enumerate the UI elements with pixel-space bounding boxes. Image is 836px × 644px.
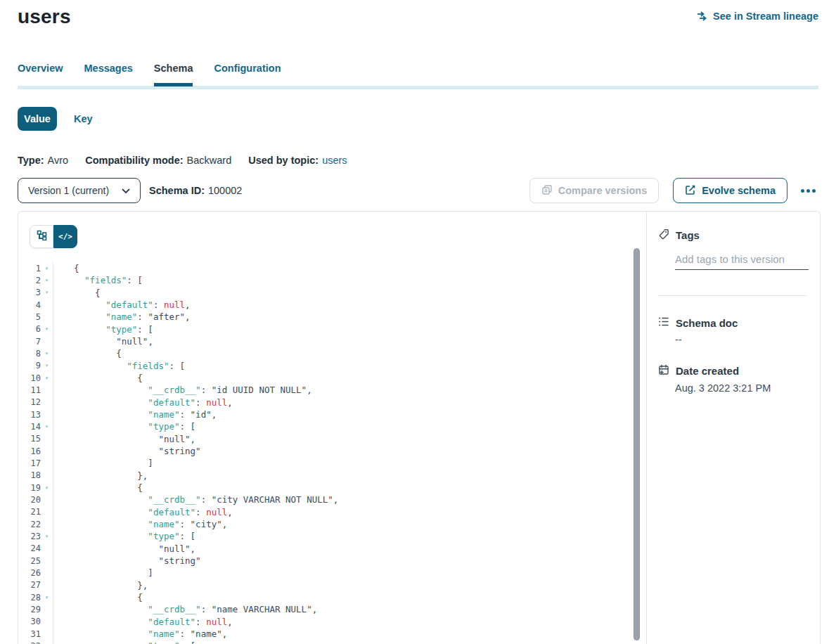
code-text[interactable]: "type": [ [53, 421, 195, 432]
code-text[interactable]: { [53, 373, 143, 383]
key-toggle-button[interactable]: Key [74, 113, 93, 124]
code-text[interactable]: "__crdb__": "city VARCHAR NOT NULL", [53, 494, 338, 505]
edit-schema-icon [685, 184, 696, 198]
code-text[interactable]: ] [53, 458, 153, 468]
code-text[interactable]: { [53, 482, 143, 493]
fold-toggle-icon[interactable]: ▾ [41, 424, 53, 430]
line-number: 30 [18, 617, 41, 626]
evolve-schema-label: Evolve schema [702, 185, 776, 196]
code-line: 19▾ { [18, 482, 648, 494]
line-number: 17 [18, 458, 41, 468]
fold-toggle-icon[interactable]: ▾ [41, 375, 53, 381]
line-number: 2 [18, 276, 41, 285]
version-select[interactable]: Version 1 (current) [18, 178, 141, 203]
tab-schema[interactable]: Schema [154, 63, 193, 74]
line-number: 24 [18, 543, 41, 553]
editor-scrollbar[interactable] [634, 248, 640, 640]
code-line: 26 ] [18, 567, 648, 579]
code-text[interactable]: "name": "after", [53, 311, 191, 322]
code-text[interactable]: "null", [53, 434, 195, 444]
code-text[interactable]: "null", [53, 543, 195, 554]
code-text[interactable]: "fields": [ [53, 275, 143, 285]
code-line: 29 "__crdb__": "name VARCHAR NULL", [18, 603, 648, 615]
code-text[interactable]: { [53, 263, 79, 273]
compare-versions-icon [541, 184, 553, 198]
tab-configuration[interactable]: Configuration [214, 63, 281, 74]
compare-versions-button[interactable]: Compare versions [529, 178, 660, 203]
code-text[interactable]: "__crdb__": "id UUID NOT NULL", [53, 385, 312, 395]
code-line: 25 "string" [18, 555, 648, 567]
fold-toggle-icon[interactable]: ▾ [41, 266, 53, 271]
evolve-schema-button[interactable]: Evolve schema [673, 178, 787, 203]
code-line: 16 "string" [18, 445, 648, 457]
tree-view-button[interactable] [30, 225, 53, 248]
code-text[interactable]: "name": "city", [53, 519, 227, 529]
code-text[interactable]: "string" [53, 446, 201, 456]
line-number: 14 [18, 422, 41, 432]
fold-toggle-icon[interactable]: ▾ [41, 278, 53, 283]
line-number: 29 [18, 605, 41, 614]
tab-overview[interactable]: Overview [18, 63, 63, 74]
line-number: 11 [18, 385, 41, 395]
tags-input[interactable] [675, 252, 809, 270]
fold-toggle-icon[interactable]: ▾ [41, 485, 53, 491]
schema-doc-title: Schema doc [676, 317, 738, 329]
code-text[interactable]: { [53, 592, 143, 603]
fold-toggle-icon[interactable]: ▾ [41, 363, 53, 368]
line-number: 27 [18, 580, 41, 590]
code-text[interactable]: "__crdb__": "name VARCHAR NULL", [53, 604, 317, 614]
code-line: 31 "name": "name", [18, 628, 648, 640]
code-line: 11 "__crdb__": "id UUID NOT NULL", [18, 384, 648, 396]
line-number: 18 [18, 470, 41, 480]
tags-section-header: Tags [658, 228, 700, 242]
fold-toggle-icon[interactable]: ▾ [41, 326, 53, 332]
compatibility-label: Compatibility mode: [85, 155, 183, 166]
code-text[interactable]: "type": [ [53, 324, 153, 335]
fold-toggle-icon[interactable]: ▾ [41, 534, 53, 539]
tab-underline-track [18, 86, 818, 89]
schema-editor: </> 1▾{2▾ "fields": [3▾ {4 "default": nu… [18, 212, 648, 644]
line-number: 6 [18, 324, 41, 334]
code-text[interactable]: { [53, 288, 101, 298]
schema-doc-value: -- [675, 334, 682, 345]
code-text[interactable]: "type": [ [53, 531, 195, 541]
code-view-button[interactable]: </> [53, 225, 77, 248]
line-number: 13 [18, 410, 41, 420]
code-text[interactable]: "name": "name", [53, 629, 227, 639]
topic-link[interactable]: users [322, 155, 347, 166]
schema-id-value: 100002 [208, 185, 242, 196]
value-toggle-button[interactable]: Value [18, 107, 57, 131]
schema-sidebar: Tags Schema doc -- [646, 212, 820, 644]
compatibility-value: Backward [187, 155, 232, 166]
code-text[interactable]: { [53, 348, 122, 359]
fold-toggle-icon[interactable]: ▾ [41, 595, 53, 600]
fold-toggle-icon[interactable]: ▾ [41, 351, 53, 356]
see-in-stream-lineage-link[interactable]: See in Stream lineage [696, 11, 818, 22]
editor-view-toggle: </> [30, 225, 77, 248]
code-text[interactable]: "default": null, [53, 507, 233, 517]
code-text[interactable]: }, [53, 580, 148, 591]
code-line: 2▾ "fields": [ [18, 274, 648, 286]
code-text[interactable]: "type": [ [53, 640, 195, 644]
code-text[interactable]: "default": null, [53, 397, 233, 408]
code-line: 21 "default": null, [18, 506, 648, 518]
code-text[interactable]: "fields": [ [53, 361, 185, 371]
code-text[interactable]: "default": null, [53, 617, 233, 627]
code-text[interactable]: "null", [53, 336, 153, 347]
sidebar-divider [658, 295, 807, 296]
code-line: 1▾{ [18, 262, 648, 274]
code-line: 30 "default": null, [18, 616, 648, 628]
tab-messages[interactable]: Messages [84, 63, 133, 74]
code-line: 10▾ { [18, 372, 648, 384]
code-text[interactable]: ] [53, 567, 153, 578]
code-line: 18 }, [18, 470, 648, 482]
code-line: 28▾ { [18, 591, 648, 603]
code-text[interactable]: "name": "id", [53, 409, 217, 420]
code-text[interactable]: "default": null, [53, 300, 191, 310]
fold-toggle-icon[interactable]: ▾ [41, 290, 53, 295]
code-line: 8▾ { [18, 347, 648, 359]
code-text[interactable]: "string" [53, 555, 201, 566]
more-options-button[interactable] [798, 186, 818, 195]
chevron-down-icon [122, 185, 130, 196]
code-text[interactable]: }, [53, 470, 148, 481]
